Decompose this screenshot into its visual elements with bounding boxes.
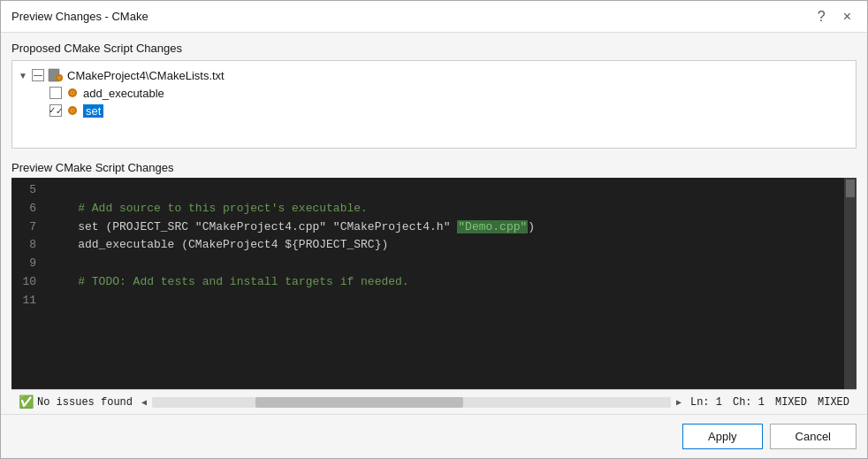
cancel-button[interactable]: Cancel <box>770 424 857 449</box>
svg-point-4 <box>58 77 60 79</box>
status-ok-icon: ✅ <box>19 394 34 409</box>
code-text: add_executable (CMakeProject4 ${PROJECT_… <box>50 238 388 251</box>
code-line <box>43 181 844 200</box>
demo-highlight: "Demo.cpp" <box>457 220 528 233</box>
title-bar-controls: ? × <box>812 8 857 26</box>
tree-label-root: CMakeProject4\CMakeLists.txt <box>67 69 225 82</box>
svg-point-7 <box>72 92 73 94</box>
tree-row[interactable]: ▶ ✓ set <box>34 102 852 119</box>
tree-row[interactable]: ▼ — CMakeProject4\CMakeLists.txt <box>16 66 852 84</box>
scrollbar-thumb[interactable] <box>846 180 855 197</box>
proposed-section-label: Proposed CMake Script Changes <box>1 33 867 60</box>
code-line <box>43 255 844 273</box>
set-highlight: set <box>83 104 103 118</box>
tree-label-set: set <box>83 104 103 118</box>
status-scroll-area: ◀ ▶ <box>140 397 683 408</box>
eol-label: MIXED <box>775 396 807 409</box>
bottom-bar: Apply Cancel <box>1 414 867 458</box>
vertical-scrollbar[interactable] <box>844 178 857 389</box>
status-ok: ✅ No issues found <box>19 394 133 409</box>
svg-point-10 <box>72 110 73 111</box>
expand-arrow-root[interactable]: ▼ <box>16 68 30 82</box>
line-num: 6 <box>19 200 36 218</box>
close-button[interactable]: × <box>838 8 857 26</box>
code-text: ) <box>528 220 535 233</box>
help-button[interactable]: ? <box>812 8 831 26</box>
horizontal-scrollbar[interactable] <box>152 397 671 408</box>
ch-label: Ch: 1 <box>733 396 765 409</box>
tree-section: ▼ — CMakeProject4\CMakeLists.txt ▶ <box>11 60 857 149</box>
title-bar: Preview Changes - CMake ? × <box>1 1 867 33</box>
line-num: 11 <box>19 292 36 310</box>
line-num: 10 <box>19 273 36 292</box>
checkbox-set[interactable]: ✓ <box>49 104 62 117</box>
cmake-gear-icon-set <box>65 103 80 118</box>
preview-section-label: Preview CMake Script Changes <box>1 156 867 178</box>
code-line-8: add_executable (CMakeProject4 ${PROJECT_… <box>43 236 844 255</box>
scroll-left-arrow[interactable]: ◀ <box>140 397 148 408</box>
scroll-right-arrow[interactable]: ▶ <box>674 397 683 408</box>
tree-row[interactable]: ▶ add_executable <box>34 84 852 102</box>
dialog: Preview Changes - CMake ? × Proposed CMa… <box>0 0 868 459</box>
line-num: 8 <box>19 236 36 255</box>
code-line-10: # TODO: Add tests and install targets if… <box>43 273 844 292</box>
code-line-7: set (PROJECT_SRC "CMakeProject4.cpp" "CM… <box>43 218 844 237</box>
cmake-gear-icon <box>65 86 80 100</box>
checkbox-add-executable[interactable] <box>49 87 62 99</box>
h-scrollbar-thumb[interactable] <box>255 397 463 408</box>
code-lines: # Add source to this project's executabl… <box>43 178 844 389</box>
apply-button[interactable]: Apply <box>682 424 763 449</box>
tree-label-add-exec: add_executable <box>83 87 164 100</box>
status-info: Ln: 1 Ch: 1 MIXED MIXED <box>690 396 849 409</box>
code-content: 5 6 7 8 9 10 11 # Add source to this pro… <box>11 178 857 389</box>
line-num: 9 <box>19 255 36 273</box>
ln-label: Ln: 1 <box>690 396 722 409</box>
code-comment: # TODO: Add tests and install targets if… <box>50 275 409 288</box>
code-area: 5 6 7 8 9 10 11 # Add source to this pro… <box>11 178 857 414</box>
line-num: 5 <box>19 181 36 200</box>
code-text: set (PROJECT_SRC "CMakeProject4.cpp" "CM… <box>50 220 457 233</box>
code-line <box>43 292 844 310</box>
line-num: 7 <box>19 218 36 237</box>
line-numbers: 5 6 7 8 9 10 11 <box>11 178 43 389</box>
dialog-body: Proposed CMake Script Changes ▼ — CMakeP… <box>1 33 867 458</box>
encoding-label: MIXED <box>818 396 849 409</box>
dialog-title: Preview Changes - CMake <box>11 10 148 23</box>
code-comment: # Add source to this project's executabl… <box>50 202 368 215</box>
status-text: No issues found <box>37 396 133 409</box>
code-line: # Add source to this project's executabl… <box>43 200 844 218</box>
status-bar: ✅ No issues found ◀ ▶ Ln: 1 Ch: 1 MIXED … <box>11 389 857 414</box>
cmake-file-icon <box>48 68 64 82</box>
checkbox-root[interactable]: — <box>32 69 44 81</box>
